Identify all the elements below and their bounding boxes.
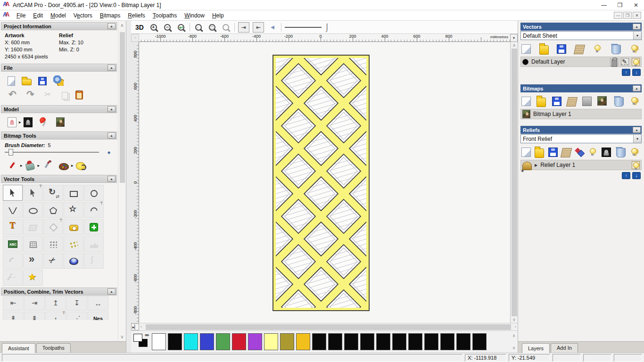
delete-layer-icon[interactable] (611, 45, 621, 54)
mdi-minimize-button[interactable]: — (614, 12, 622, 19)
create-rectangle-tool[interactable] (64, 185, 83, 201)
paste-along-curve-tool[interactable] (64, 236, 83, 252)
save-file-icon[interactable] (548, 148, 558, 157)
palette-swatch-20[interactable] (472, 333, 487, 350)
merge-layers-icon[interactable] (566, 97, 578, 107)
zoom-box-icon[interactable] (193, 22, 204, 33)
primary-secondary-colour-selector[interactable]: oo (133, 333, 150, 351)
paste-along-tool[interactable] (66, 312, 87, 320)
bitmap-preview-icon[interactable] (597, 96, 607, 106)
zoom-fit-icon[interactable] (207, 22, 217, 33)
greyscale-preview-icon[interactable] (602, 148, 611, 157)
select-tool[interactable] (3, 185, 23, 201)
relief-dropdown[interactable]: Front Relief ▼ (520, 134, 642, 143)
layer-visibility-button[interactable] (632, 161, 640, 169)
model-greyscale-icon[interactable] (24, 117, 33, 127)
palette-swatch-2[interactable] (184, 333, 198, 350)
create-arc-tool[interactable]: ⊤ (84, 202, 104, 218)
align-top-tool[interactable] (45, 296, 66, 311)
trace-bitmap-tool[interactable] (84, 236, 104, 252)
palette-swatch-6[interactable] (248, 333, 262, 350)
pan-toggle-icon[interactable]: ▸▏ (131, 323, 139, 330)
palette-scrollbar[interactable]: ∧ ∨ (510, 332, 518, 352)
vertical-scrollbar[interactable]: ∧ ∨ (510, 42, 518, 323)
trim-vectors-tool[interactable] (43, 253, 63, 269)
redo-icon[interactable] (25, 90, 36, 100)
new-layer-icon[interactable] (521, 148, 531, 157)
blank-layer-icon[interactable] (582, 97, 592, 106)
relief-layer-row[interactable]: ▶ Relief Layer 1 (520, 160, 642, 170)
smudge-icon[interactable] (76, 162, 85, 170)
tab-add-in[interactable]: Add In (551, 343, 578, 353)
align-up-tool[interactable] (3, 312, 24, 320)
edit-layer-button[interactable] (621, 58, 629, 66)
create-text-tool[interactable] (3, 219, 23, 235)
measure-tool-tool[interactable] (64, 219, 83, 235)
zoom-previous-icon[interactable] (176, 22, 186, 33)
zoom-out-icon[interactable] (162, 22, 173, 33)
scroll-up-icon[interactable]: ∧ (118, 23, 126, 28)
ruler-unit-dropdown[interactable]: ▼ (510, 34, 518, 42)
open-file-icon[interactable] (535, 148, 544, 158)
menu-bitmaps[interactable]: Bitmaps (96, 11, 124, 20)
mdi-restore-button[interactable]: ❐ (623, 12, 632, 19)
assistant-scrollbar[interactable]: ∧ ∨ (118, 21, 126, 341)
save-file-icon[interactable] (557, 44, 566, 54)
collapse-section-button[interactable]: ▲ (107, 106, 116, 112)
scroll-down-icon[interactable]: ∨ (511, 317, 518, 322)
palette-swatch-12[interactable] (344, 333, 358, 350)
join-vectors-tool[interactable] (23, 253, 43, 269)
menu-reliefs[interactable]: Reliefs (124, 11, 149, 20)
block-copy-tool[interactable] (43, 236, 63, 252)
bitmap-from-model-icon[interactable] (56, 117, 65, 127)
bitmap-layer-row[interactable]: Bitmap Layer 1 (520, 109, 642, 119)
save-model-icon[interactable] (38, 77, 47, 85)
colour-picker-icon[interactable] (42, 160, 52, 171)
create-polyline-tool[interactable] (3, 202, 23, 218)
scroll-down-icon[interactable]: ∨ (510, 346, 518, 350)
new-model-icon[interactable] (8, 76, 15, 86)
collapse-section-button[interactable]: ▲ (633, 85, 641, 91)
dropdown-arrow-icon[interactable]: ▼ (633, 32, 641, 40)
flyout-arrow-icon[interactable]: ▸ (71, 163, 74, 168)
paint-brush-icon[interactable] (8, 160, 18, 171)
collapse-section-button[interactable]: ▲ (107, 132, 116, 139)
tab-layers[interactable]: Layers (522, 343, 550, 353)
palette-swatch-17[interactable] (424, 333, 438, 350)
create-ellipse-tool[interactable] (23, 202, 43, 218)
align-center-tool[interactable] (24, 312, 45, 320)
section-profile-tool[interactable] (3, 270, 23, 286)
palette-swatch-18[interactable] (440, 333, 454, 350)
align-middle-tool[interactable]: ⊤ (45, 312, 66, 320)
palette-swatch-13[interactable] (360, 333, 374, 350)
menu-edit[interactable]: Edit (29, 11, 47, 20)
align-bottom-tool[interactable] (66, 296, 87, 311)
vector-layer-row[interactable]: Default Layer (520, 57, 642, 67)
collapse-section-button[interactable]: ▲ (107, 65, 116, 71)
slider-thumb[interactable] (8, 149, 13, 156)
wrap-text-tool[interactable] (23, 219, 43, 235)
collapse-section-button[interactable]: ▲ (107, 176, 116, 182)
palette-swatch-11[interactable] (328, 333, 342, 350)
new-layer-icon[interactable] (521, 44, 531, 54)
layer-name[interactable]: Default Layer (531, 58, 607, 65)
lighting-icon[interactable] (39, 117, 50, 127)
menu-model[interactable]: Model (47, 11, 70, 20)
show-all-layers-icon[interactable] (629, 96, 639, 106)
show-layer-icon[interactable] (593, 44, 602, 53)
fillet-tool[interactable]: ⊤ (43, 219, 63, 235)
scroll-up-icon[interactable]: ∧ (510, 333, 518, 338)
flyout-arrow-icon[interactable]: ▸ (19, 120, 21, 124)
collapse-section-button[interactable]: ▲ (633, 24, 641, 30)
open-file-icon[interactable] (537, 98, 546, 107)
palette-swatch-7[interactable] (264, 333, 278, 350)
link-colours-icon[interactable]: oo (145, 333, 149, 337)
align-right-tool[interactable] (24, 296, 45, 311)
scrollbar-thumb[interactable] (120, 32, 125, 183)
transform-tool[interactable] (43, 185, 63, 201)
move-layer-up-button[interactable]: ↑ (622, 69, 630, 76)
layer-visibility-button[interactable] (632, 58, 640, 66)
fit-arcs-tool[interactable] (3, 253, 23, 269)
create-star-tool[interactable] (64, 202, 83, 218)
scroll-left-icon[interactable]: ‹ (140, 324, 142, 329)
